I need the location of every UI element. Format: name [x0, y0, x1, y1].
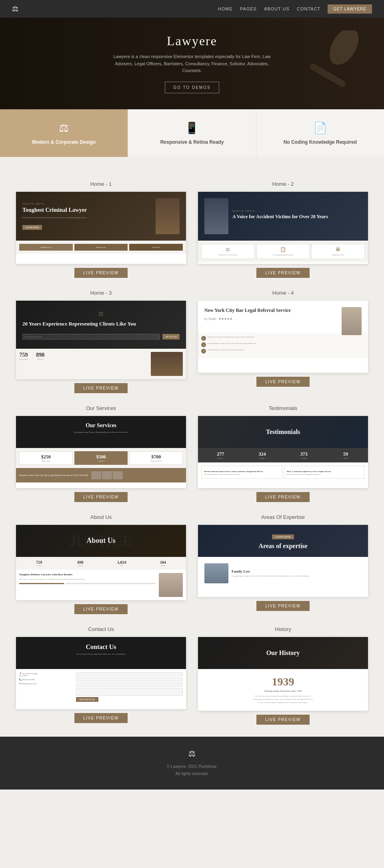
contact-message-field[interactable]: [76, 688, 183, 696]
nav-link-about[interactable]: ABOUT US: [264, 6, 290, 11]
demo-item-history: History Our History 1939 Helping people …: [198, 626, 368, 725]
nav-link-home[interactable]: HOME: [218, 6, 233, 11]
footer: ⚖ © Lawyere. 2021 Pixelshow. All rights …: [0, 737, 384, 790]
demo-item-home-3: Home - 3 ⚖ 20 Years Experience Represent…: [16, 290, 186, 393]
preview-person-home-4: [342, 307, 362, 335]
preview-subtitle-services: Presenting Strong Defense, Reaching Big,…: [22, 431, 180, 433]
demo-item-home-4: Home - 4 New York City Bar Legal Referra…: [198, 290, 368, 393]
demo-label-home-4: Home - 4: [272, 290, 294, 296]
demo-grid: Home - 1 Martin Smith Toughest Criminal …: [16, 181, 368, 725]
testimonial-1-text: Outstanding service and dedication to cl…: [204, 473, 280, 476]
demo-item-services: Our Services Our Services Presenting Str…: [16, 405, 186, 502]
svg-point-0: [324, 30, 360, 70]
preview-phone-input[interactable]: [22, 334, 160, 340]
demo-preview-home-2[interactable]: Martin Smith A Voice for Accident Victim…: [198, 192, 368, 264]
service-2: Uncompromising defense: [259, 253, 307, 256]
demo-preview-home-3[interactable]: ⚖ 20 Years Experience Representing Clien…: [16, 301, 186, 379]
contact-email-field[interactable]: [76, 677, 183, 681]
preview-year-history: 1939 Helping people find justice since 1…: [198, 669, 368, 711]
preview-title-services: Our Services: [22, 422, 180, 429]
navbar: ⚖ HOME PAGES ABOUT US CONTACT GET LAWYER…: [0, 0, 384, 18]
nav-link-contact[interactable]: CONTACT: [297, 6, 320, 11]
live-preview-btn-history[interactable]: LIVE PREVIEW: [256, 715, 310, 725]
features-section: ⚖ Modern & Corporate Design 📱 Responsive…: [0, 109, 384, 157]
demo-item-contact: Contact Us Contact Us Get in touch with …: [16, 626, 186, 725]
demo-preview-services[interactable]: Our Services Presenting Strong Defense, …: [16, 416, 186, 488]
contact-email: ✉ info@lawyere.com: [19, 682, 73, 685]
expertise-learn-btn[interactable]: LEARN MORE: [272, 534, 294, 539]
referral-img-2: [102, 471, 112, 479]
feature-title-modern: Modern & Corporate Design: [8, 139, 120, 145]
contact-phone-field[interactable]: [76, 683, 183, 687]
demo-label-home-1: Home - 1: [90, 181, 112, 187]
nav-link-pages[interactable]: PAGES: [240, 6, 257, 11]
demo-preview-contact[interactable]: Contact Us Get in touch with our legal t…: [16, 637, 186, 709]
feature-icon-nocoding: 📄: [264, 121, 376, 135]
preview-tag-home-2: Martin Smith: [232, 210, 328, 212]
live-preview-btn-services[interactable]: LIVE PREVIEW: [74, 492, 128, 502]
card-text-2: Family Law: [77, 246, 126, 248]
footer-logo: ⚖: [8, 749, 376, 758]
demo-preview-expertise[interactable]: LEARN MORE Areas of expertise Family Law…: [198, 525, 368, 597]
live-preview-btn-expertise[interactable]: LIVE PREVIEW: [256, 601, 310, 611]
testimonial-2-author: Mary S. found the right lawyer for a tou…: [287, 470, 362, 473]
preview-pricing-services: $250 Basic Plan $500 Standard $700 Premi…: [16, 448, 186, 468]
preview-img-home-2: [204, 198, 228, 234]
history-year: 1939: [204, 675, 362, 688]
preview-contact-btn[interactable]: +967 614 321: [162, 334, 180, 340]
preview-title-contact: Contact Us: [22, 643, 180, 651]
demo-label-contact: Contact Us: [88, 626, 114, 632]
svg-rect-1: [309, 62, 347, 88]
live-preview-btn-testimonials[interactable]: LIVE PREVIEW: [256, 492, 310, 502]
nav-logo-icon: ⚖: [12, 4, 18, 13]
about-desc: Our team of experienced attorneys is ded…: [19, 578, 156, 581]
footer-copyright: © Lawyere. 2021 Pixelshow. All rights re…: [8, 763, 376, 778]
contact-address: 📍 New York City BarNew York: [19, 672, 73, 677]
live-preview-btn-home-2[interactable]: LIVE PREVIEW: [256, 268, 310, 278]
feature-card-nocoding: 📄 No Coding Knowledge Required: [256, 109, 384, 157]
preview-list-home-4: 1 Experienced team of legal professional…: [198, 333, 368, 358]
preview-subtitle-contact: Get in touch with our legal team today f…: [22, 653, 180, 655]
preview-title-home-3: 20 Years Experience Representing Clients…: [22, 320, 180, 328]
preview-stats-testimonials: 277Cases 324Clients 373Awards 59Years: [198, 448, 368, 462]
testimonial-1-author: Patrick Johnson found a lawyer whose ass…: [204, 470, 280, 473]
hero-section: Lawyere Lawyere is a clean responsive El…: [0, 18, 384, 109]
demo-label-services: Our Services: [86, 405, 116, 411]
nav-links: HOME PAGES ABOUT US CONTACT GET LAWYERE: [218, 4, 372, 14]
preview-text-home-1: Experienced criminal defense attorney wi…: [22, 216, 152, 219]
demo-item-home-2: Home - 2 Martin Smith A Voice for Accide…: [198, 181, 368, 278]
demo-section: Home - 1 Martin Smith Toughest Criminal …: [0, 173, 384, 737]
hero-content: Lawyere Lawyere is a clean responsive El…: [112, 34, 272, 93]
service-3: Winning results: [314, 253, 362, 256]
live-preview-btn-home-3[interactable]: LIVE PREVIEW: [74, 383, 128, 393]
live-preview-btn-about[interactable]: LIVE PREVIEW: [74, 604, 128, 614]
contact-submit-button[interactable]: SEND MESSAGE: [76, 697, 98, 702]
demo-label-home-2: Home - 2: [272, 181, 294, 187]
demo-preview-history[interactable]: Our History 1939 Helping people find jus…: [198, 637, 368, 711]
price-2-desc: Standard: [77, 460, 125, 462]
history-subtitle: Helping people find justice since 1939: [204, 690, 362, 692]
preview-cards-home-1: Criminal Law Family Law Civil Law: [16, 241, 186, 254]
preview-title-home-1: Toughest Criminal Lawyer: [22, 207, 152, 214]
demo-preview-home-4[interactable]: New York City Bar Legal Referral Service…: [198, 301, 368, 373]
demo-preview-home-1[interactable]: Martin Smith Toughest Criminal Lawyer Ex…: [16, 192, 186, 264]
demo-preview-about[interactable]: JUSTICE About Us 759Cases 890Clients 1,0…: [16, 525, 186, 600]
preview-title-expertise: Areas of expertise: [258, 542, 307, 550]
live-preview-btn-home-4[interactable]: LIVE PREVIEW: [256, 377, 310, 387]
nav-logo: ⚖: [12, 4, 18, 13]
preview-learn-more-home-1[interactable]: LEARN MORE: [22, 225, 42, 230]
expertise-law-desc: Comprehensive legal services for all fam…: [232, 575, 310, 577]
nav-cta-button[interactable]: GET LAWYERE: [328, 4, 372, 14]
live-preview-btn-contact[interactable]: LIVE PREVIEW: [74, 713, 128, 723]
live-preview-btn-home-1[interactable]: LIVE PREVIEW: [74, 268, 128, 278]
preview-tag-home-1: Martin Smith: [22, 203, 152, 205]
contact-name-field[interactable]: [76, 672, 183, 676]
referral-img-1: [91, 471, 101, 479]
about-tagline: Toughest Defence Lawyers with Best Resul…: [19, 573, 156, 576]
hero-cta-button[interactable]: GO TO DEMOS: [165, 82, 219, 93]
preview-person-home-3: [151, 352, 183, 376]
demo-preview-testimonials[interactable]: Testimonials 277Cases 324Clients 373Awar…: [198, 416, 368, 488]
hero-subtitle: Lawyere is a clean responsive Elementor …: [112, 53, 272, 74]
card-text-3: Civil Law: [132, 246, 180, 248]
preview-title-home-2: A Voice for Accident Victims for Over 20…: [232, 214, 328, 220]
